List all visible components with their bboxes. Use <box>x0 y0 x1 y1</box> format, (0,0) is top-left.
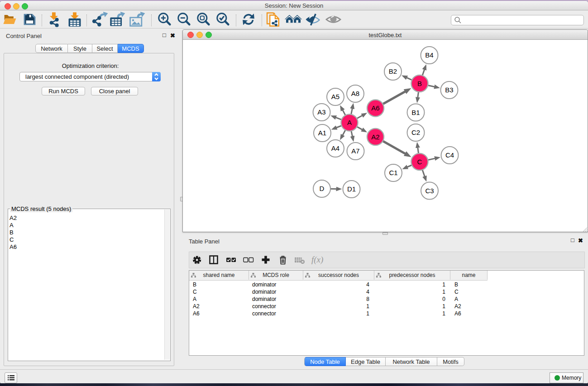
svg-text:B1: B1 <box>411 109 420 116</box>
svg-text:C: C <box>417 158 422 166</box>
svg-text:B3: B3 <box>445 86 453 94</box>
svg-text:C3: C3 <box>425 187 434 195</box>
svg-text:A: A <box>347 119 352 126</box>
svg-text:D1: D1 <box>347 185 356 193</box>
svg-text:A6: A6 <box>371 104 379 112</box>
svg-text:C2: C2 <box>411 129 420 136</box>
svg-text:A8: A8 <box>351 90 359 97</box>
svg-text:A4: A4 <box>331 144 339 152</box>
svg-text:A7: A7 <box>351 147 359 155</box>
svg-text:D: D <box>320 185 325 192</box>
svg-text:B: B <box>417 80 422 87</box>
svg-text:A2: A2 <box>371 133 379 141</box>
svg-text:C1: C1 <box>389 169 397 176</box>
svg-text:A5: A5 <box>331 93 339 100</box>
svg-text:A1: A1 <box>318 129 326 137</box>
svg-text:A3: A3 <box>317 108 325 116</box>
svg-text:B4: B4 <box>425 51 433 59</box>
svg-text:C4: C4 <box>445 151 454 159</box>
svg-text:B2: B2 <box>389 67 397 75</box>
